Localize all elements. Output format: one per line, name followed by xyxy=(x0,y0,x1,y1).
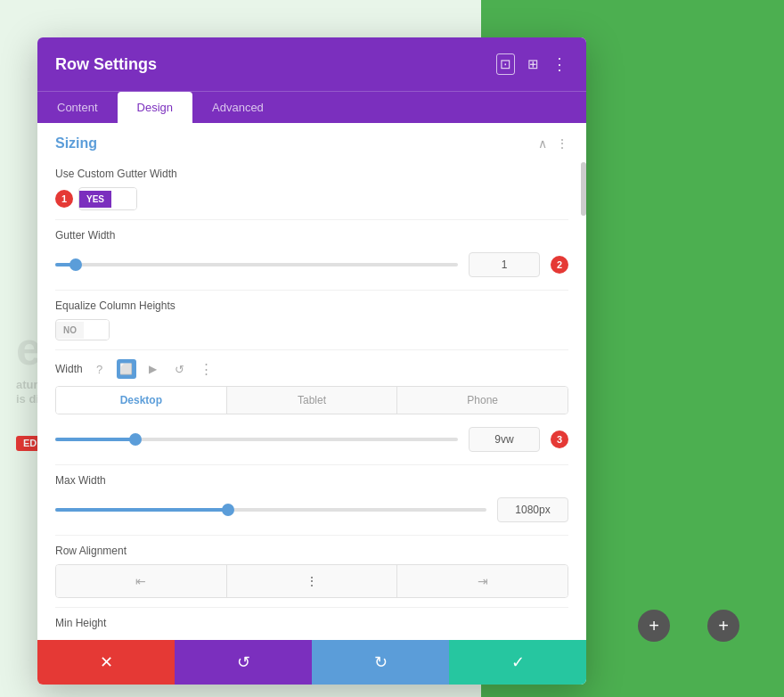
collapse-icon[interactable]: ∧ xyxy=(538,136,547,151)
columns-icon[interactable]: ⊞ xyxy=(527,56,539,72)
max-width-input[interactable] xyxy=(497,497,568,522)
section-title: Sizing xyxy=(55,135,97,152)
gutter-width-field: Gutter Width 2 xyxy=(37,220,586,290)
badge-2: 2 xyxy=(551,256,568,274)
cancel-button[interactable]: ✕ xyxy=(37,640,175,685)
device-tab-phone[interactable]: Phone xyxy=(397,387,568,414)
badge-1: 1 xyxy=(55,190,73,208)
width-label-row: Width ? ⬜ ▶ ↺ ⋮ xyxy=(55,359,568,379)
width-cursor-icon[interactable]: ▶ xyxy=(143,359,163,379)
equalize-toggle[interactable]: NO xyxy=(55,319,110,340)
plus-button-2[interactable]: + xyxy=(707,610,739,642)
device-tabs: Desktop Tablet Phone xyxy=(55,386,568,414)
plus-button-1[interactable]: + xyxy=(638,610,670,642)
width-track[interactable] xyxy=(55,438,458,441)
width-input[interactable] xyxy=(469,427,540,452)
gutter-width-input[interactable] xyxy=(469,252,540,277)
section-sizing-header: Sizing ∧ ⋮ xyxy=(37,123,586,159)
align-left-btn[interactable]: ⇤ xyxy=(56,565,227,597)
section-header-controls: ∧ ⋮ xyxy=(538,136,568,151)
width-help-icon[interactable]: ? xyxy=(90,359,110,379)
device-tab-desktop[interactable]: Desktop xyxy=(56,387,227,414)
max-width-slider-row xyxy=(55,494,568,526)
redo-button[interactable]: ↻ xyxy=(312,640,449,685)
tab-design[interactable]: Design xyxy=(118,92,192,123)
gutter-width-track[interactable] xyxy=(55,263,458,266)
badge-3: 3 xyxy=(551,430,568,448)
more-icon[interactable]: ⋮ xyxy=(551,54,568,74)
device-tab-tablet[interactable]: Tablet xyxy=(227,387,398,414)
modal-footer: ✕ ↺ ↻ ✓ xyxy=(37,640,586,685)
equalize-switch-track[interactable] xyxy=(84,320,109,340)
row-alignment-buttons: ⇤ ⋮ ⇥ xyxy=(55,564,568,598)
focus-icon[interactable]: ⊡ xyxy=(496,53,515,75)
custom-gutter-toggle[interactable]: YES xyxy=(78,187,137,210)
max-width-field: Max Width xyxy=(37,465,586,535)
equalize-no-label[interactable]: NO xyxy=(56,322,84,339)
reset-button[interactable]: ↺ xyxy=(175,640,312,685)
width-reset-icon[interactable]: ↺ xyxy=(170,359,190,379)
modal-body: Sizing ∧ ⋮ Use Custom Gutter Width 1 YES… xyxy=(37,123,586,640)
scrollbar-thumb[interactable] xyxy=(581,162,586,216)
reset-icon: ↺ xyxy=(237,652,250,672)
tab-content[interactable]: Content xyxy=(37,92,118,123)
width-field: Width ? ⬜ ▶ ↺ ⋮ Desktop Tablet Phone 3 xyxy=(37,350,586,464)
modal-header-icons: ⊡ ⊞ ⋮ xyxy=(496,53,568,75)
save-icon: ✓ xyxy=(511,652,525,672)
width-more-icon[interactable]: ⋮ xyxy=(197,359,216,379)
min-height-field: Min Height xyxy=(37,608,586,640)
toggle-yes-label[interactable]: YES xyxy=(79,191,111,208)
cancel-icon: ✕ xyxy=(100,652,113,672)
modal-tabs: Content Design Advanced xyxy=(37,91,586,123)
width-label: Width xyxy=(55,363,83,375)
custom-gutter-toggle-group: 1 YES xyxy=(55,187,568,210)
gutter-width-slider-row: 2 xyxy=(55,249,568,281)
width-slider-row: 3 xyxy=(55,423,568,455)
max-width-track[interactable] xyxy=(55,508,486,512)
row-alignment-label: Row Alignment xyxy=(55,545,568,557)
save-button[interactable]: ✓ xyxy=(449,640,586,685)
align-center-btn[interactable]: ⋮ xyxy=(227,565,398,597)
row-alignment-field: Row Alignment ⇤ ⋮ ⇥ xyxy=(37,536,586,607)
equalize-label: Equalize Column Heights xyxy=(55,299,568,312)
row-settings-modal: Row Settings ⊡ ⊞ ⋮ Content Design Advanc… xyxy=(37,37,586,685)
custom-gutter-field: Use Custom Gutter Width 1 YES xyxy=(37,159,586,219)
tab-advanced[interactable]: Advanced xyxy=(192,92,283,123)
modal-header: Row Settings ⊡ ⊞ ⋮ xyxy=(37,37,586,91)
toggle-switch-track[interactable] xyxy=(111,188,136,209)
section-menu-icon[interactable]: ⋮ xyxy=(556,136,568,151)
custom-gutter-label: Use Custom Gutter Width xyxy=(55,168,568,180)
align-right-btn[interactable]: ⇥ xyxy=(397,565,568,597)
modal-title: Row Settings xyxy=(55,55,157,74)
min-height-label: Min Height xyxy=(55,617,568,629)
width-device-icon[interactable]: ⬜ xyxy=(117,359,136,379)
gutter-width-label: Gutter Width xyxy=(55,229,568,242)
equalize-field: Equalize Column Heights NO xyxy=(37,291,586,349)
redo-icon: ↻ xyxy=(374,652,388,672)
max-width-label: Max Width xyxy=(55,474,568,487)
